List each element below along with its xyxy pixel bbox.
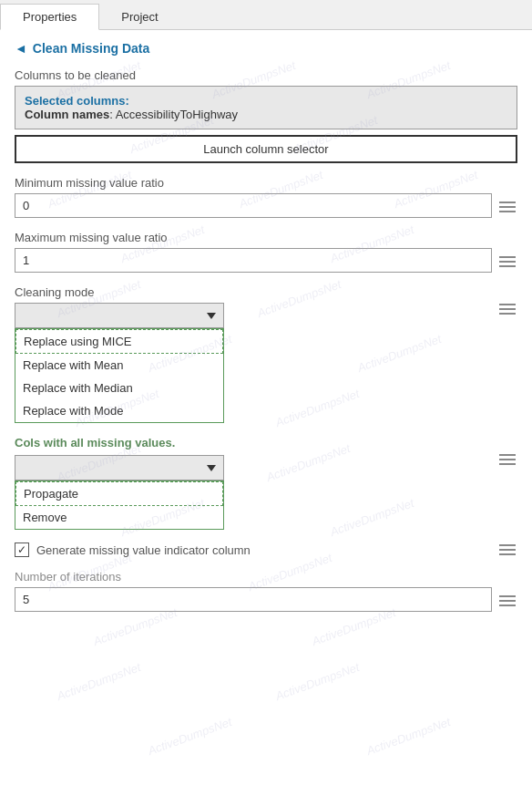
num-iterations-menu-icon[interactable] — [497, 594, 517, 608]
cleaning-mode-option-mean[interactable]: Replace with Mean — [15, 354, 223, 377]
max-missing-menu-icon[interactable] — [497, 254, 517, 269]
cols-missing-arrow-icon — [207, 465, 216, 471]
checkmark-icon: ✓ — [17, 544, 26, 555]
column-names-value: AccessibilityToHighway — [116, 108, 238, 121]
cols-missing-section: Cols with all missing values. Propagate … — [15, 436, 517, 530]
columns-to-clean-group: Columns to be cleaned Selected columns: … — [15, 68, 517, 163]
num-iterations-label: Number of iterations — [15, 570, 492, 584]
column-names-label: Column names — [25, 108, 109, 121]
num-iterations-group: Number of iterations — [15, 570, 517, 612]
generate-indicator-checkbox[interactable]: ✓ — [15, 542, 29, 557]
generate-indicator-menu-icon[interactable] — [497, 542, 517, 557]
max-missing-label: Maximum missing value ratio — [15, 231, 492, 244]
launch-column-selector-button[interactable]: Launch column selector — [15, 135, 517, 163]
tab-bar: Properties Project — [0, 0, 532, 30]
max-missing-input[interactable] — [15, 248, 492, 273]
columns-to-clean-label: Columns to be cleaned — [15, 68, 517, 82]
max-missing-group: Maximum missing value ratio — [15, 231, 517, 273]
cleaning-mode-option-mode[interactable]: Replace with Mode — [15, 399, 223, 422]
cols-missing-option-propagate[interactable]: Propagate — [15, 481, 223, 506]
section-title: Clean Missing Data — [33, 41, 149, 56]
min-missing-label: Minimum missing value ratio — [15, 176, 492, 190]
cols-missing-option-remove[interactable]: Remove — [15, 506, 223, 529]
cols-missing-dropdown-btn[interactable] — [15, 455, 224, 480]
tab-properties[interactable]: Properties — [0, 4, 99, 30]
generate-indicator-label: Generate missing value indicator column — [36, 543, 251, 557]
selected-columns-box: Selected columns: Column names: Accessib… — [15, 86, 517, 129]
selected-columns-value: Column names: AccessibilityToHighway — [25, 108, 507, 121]
cleaning-mode-label: Cleaning mode — [15, 285, 492, 299]
cols-missing-menu-icon[interactable] — [497, 452, 517, 467]
num-iterations-input[interactable] — [15, 587, 492, 612]
selected-columns-title: Selected columns: — [25, 94, 507, 108]
cols-missing-dropdown-list: Propagate Remove — [15, 480, 224, 530]
cleaning-mode-option-median[interactable]: Replace with Median — [15, 377, 223, 399]
cleaning-mode-dropdown-btn[interactable] — [15, 303, 224, 328]
section-header: ◄ Clean Missing Data — [15, 41, 517, 56]
cleaning-mode-group: Cleaning mode Replace using MICE Replace… — [15, 285, 517, 423]
cleaning-mode-arrow-icon — [207, 313, 216, 319]
cleaning-mode-dropdown-list: Replace using MICE Replace with Mean Rep… — [15, 328, 224, 423]
cols-missing-label: Cols with all missing values. — [15, 436, 492, 450]
min-missing-group: Minimum missing value ratio — [15, 176, 517, 218]
cleaning-mode-dropdown: Replace using MICE Replace with Mean Rep… — [15, 303, 224, 423]
min-missing-menu-icon[interactable] — [497, 200, 517, 214]
cleaning-mode-option-mice[interactable]: Replace using MICE — [15, 329, 223, 354]
tab-project[interactable]: Project — [99, 4, 179, 29]
generate-indicator-row: ✓ Generate missing value indicator colum… — [15, 542, 517, 557]
cols-missing-dropdown: Propagate Remove — [15, 455, 224, 530]
min-missing-input[interactable] — [15, 193, 492, 218]
cleaning-mode-menu-icon[interactable] — [497, 302, 517, 316]
section-arrow: ◄ — [15, 41, 27, 56]
main-content: ◄ Clean Missing Data Columns to be clean… — [0, 30, 532, 636]
